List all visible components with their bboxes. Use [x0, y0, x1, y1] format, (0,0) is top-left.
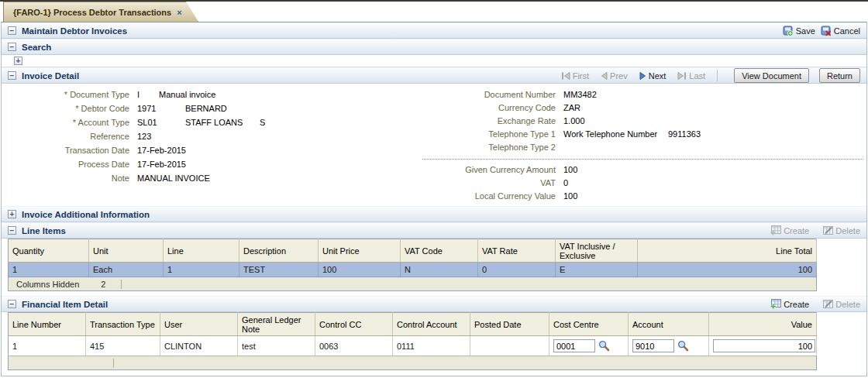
main-panel: − Maintain Debtor Invoices Save Cancel −… [1, 22, 867, 376]
next-label: Next [649, 71, 666, 81]
collapse-icon[interactable]: − [8, 226, 16, 235]
view-document-button[interactable]: View Document [734, 68, 809, 83]
section-title-invoice-additional: Invoice Additional Information [22, 210, 150, 219]
section-header-financial-item-detail: − Financial Item Detail Create Delete [2, 296, 866, 312]
tab-close-icon[interactable]: × [177, 9, 181, 16]
col-general-ledger-note[interactable]: General Ledger Note [238, 313, 315, 336]
account-search-icon[interactable] [677, 340, 689, 352]
col-value[interactable]: Value [709, 313, 817, 336]
field-label: * Account Type [9, 118, 137, 127]
cell-quantity[interactable]: 1 [9, 263, 89, 277]
financial-delete-button[interactable]: Delete [822, 299, 860, 309]
first-icon [561, 72, 570, 80]
field-value: MANUAL INVOICE [137, 174, 210, 183]
first-record-button[interactable]: First [561, 71, 589, 81]
field-label: * Document Type [9, 90, 137, 99]
field-debtor-code: * Debtor Code 1971 BERNARD [9, 101, 420, 115]
cell-posted-date[interactable] [470, 336, 549, 356]
financial-create-button[interactable]: Create [770, 299, 809, 309]
divider [121, 280, 122, 289]
save-button-label: Save [796, 26, 815, 36]
line-items-create-button[interactable]: Create [770, 225, 809, 235]
cell-line[interactable]: 1 [164, 263, 239, 277]
cell-user[interactable]: CLINTON [160, 336, 238, 356]
create-icon [770, 299, 782, 309]
col-vat-code[interactable]: VAT Code [401, 239, 478, 263]
section-header-line-items: − Line Items Create Delete [2, 222, 866, 239]
cell-gl-note[interactable]: test [238, 336, 315, 356]
col-unit-price[interactable]: Unit Price [319, 239, 401, 263]
cell-vat-code[interactable]: N [401, 263, 478, 277]
line-items-table: Quantity Unit Line Description Unit Pric… [8, 239, 817, 277]
section-header-invoice-additional-information: + Invoice Additional Information [2, 206, 866, 222]
field-value: I [137, 90, 159, 99]
col-line-total[interactable]: Line Total [638, 239, 817, 263]
last-record-button[interactable]: Last [677, 71, 705, 81]
col-user[interactable]: User [160, 313, 238, 336]
collapse-icon[interactable]: − [8, 71, 16, 80]
col-line[interactable]: Line [164, 239, 239, 263]
expand-icon[interactable]: + [14, 57, 22, 65]
form-left-column: * Document Type I Manual invoice * Debto… [9, 88, 420, 185]
prev-label: Prev [610, 71, 628, 81]
section-title-invoice-detail: Invoice Detail [22, 71, 79, 81]
collapse-icon[interactable]: − [8, 26, 16, 35]
col-control-cc[interactable]: Control CC [315, 313, 393, 336]
save-button[interactable]: Save [783, 26, 815, 36]
col-control-account[interactable]: Control Account [393, 313, 470, 336]
next-record-button[interactable]: Next [639, 71, 666, 81]
col-posted-date[interactable]: Posted Date [470, 313, 549, 336]
collapse-icon[interactable]: − [8, 300, 16, 308]
line-items-row-selected[interactable]: 1 Each 1 TEST 100 N 0 E 100 [9, 263, 817, 277]
field-vat: VAT 0 [424, 176, 863, 189]
field-label: VAT [424, 178, 563, 187]
field-label: Note [9, 174, 137, 183]
cell-unit-price[interactable]: 100 [319, 263, 401, 277]
col-quantity[interactable]: Quantity [9, 239, 89, 263]
tab-process-debtor-transactions[interactable]: {FARO-1} Process Debtor Transactions × [3, 2, 198, 22]
last-icon [677, 72, 687, 80]
line-items-delete-button[interactable]: Delete [822, 225, 860, 235]
section-title-maintain: Maintain Debtor Invoices [22, 26, 127, 36]
section-title-financial-detail: Financial Item Detail [22, 300, 108, 309]
cost-centre-input[interactable] [553, 339, 595, 352]
field-value-flag: S [260, 118, 265, 127]
cost-centre-search-icon[interactable] [598, 340, 610, 352]
field-label: Reference [9, 132, 137, 141]
col-description[interactable]: Description [239, 239, 319, 263]
cell-vat-inclusive[interactable]: E [556, 263, 638, 277]
cell-vat-rate[interactable]: 0 [478, 263, 556, 277]
account-input[interactable] [632, 339, 674, 352]
field-reference: Reference 123 [9, 129, 420, 143]
cancel-button[interactable]: Cancel [821, 26, 860, 36]
field-value: 123 [137, 132, 151, 141]
field-process-date: Process Date 17-Feb-2015 [9, 157, 420, 171]
cell-line-total[interactable]: 100 [638, 263, 817, 277]
col-vat-rate[interactable]: VAT Rate [478, 239, 556, 263]
create-label: Create [784, 226, 809, 235]
line-items-footer: Columns Hidden 2 [8, 277, 817, 291]
tab-title: {FARO-1} Process Debtor Transactions [13, 8, 171, 17]
return-button[interactable]: Return [819, 68, 860, 83]
cell-control-cc[interactable]: 0063 [315, 336, 393, 356]
field-label: Given Currency Amount [424, 165, 563, 174]
field-document-number: Document Number MM3482 [424, 88, 863, 101]
cell-unit[interactable]: Each [89, 263, 164, 277]
col-account[interactable]: Account [629, 313, 709, 336]
col-cost-centre[interactable]: Cost Centre [549, 313, 629, 336]
cell-control-account[interactable]: 0111 [393, 336, 470, 356]
cell-transaction-type[interactable]: 415 [86, 336, 160, 356]
col-unit[interactable]: Unit [89, 239, 164, 263]
tab-bar: {FARO-1} Process Debtor Transactions × [0, 0, 868, 22]
value-input[interactable] [713, 339, 815, 352]
cell-description[interactable]: TEST [239, 263, 319, 277]
prev-record-button[interactable]: Prev [601, 71, 628, 81]
financial-row[interactable]: 1 415 CLINTON test 0063 0111 [9, 336, 817, 356]
collapse-icon[interactable]: − [8, 43, 16, 51]
cell-line-number[interactable]: 1 [9, 336, 86, 356]
field-value-description: BERNARD [185, 104, 227, 113]
expand-icon[interactable]: + [8, 210, 16, 218]
col-vat-inclusive-exclusive[interactable]: VAT Inclusive / Exclusive [556, 239, 638, 263]
col-line-number[interactable]: Line Number [9, 313, 86, 336]
col-transaction-type[interactable]: Transaction Type [86, 313, 160, 336]
